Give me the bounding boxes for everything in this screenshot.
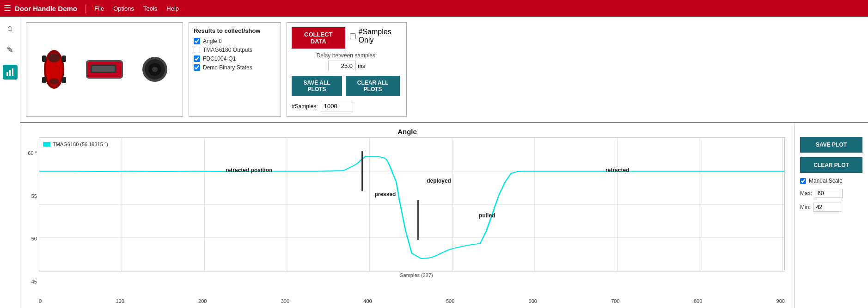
chart-svg (39, 138, 784, 271)
y-label-45: 45 (31, 279, 37, 284)
clear-plot-button[interactable]: CLEAR PLOT (800, 157, 862, 173)
svg-point-18 (152, 67, 158, 72)
x-label-200: 200 (198, 298, 207, 304)
manual-scale-label: Manual Scale (809, 178, 843, 184)
door-handle-visualization (84, 46, 125, 92)
save-plot-button[interactable]: SAVE PLOT (800, 137, 862, 153)
results-box: Results to collect/show Angle θ TMAG6180… (189, 22, 281, 117)
delay-input[interactable] (328, 61, 356, 71)
manual-scale-checkbox[interactable] (800, 178, 806, 184)
y-label-60: 60 ° (28, 150, 37, 156)
checkbox-angle-input[interactable] (194, 38, 200, 44)
annotation-deployed: deployed (427, 178, 451, 184)
ms-label: ms (358, 63, 365, 69)
chart-area: Angle 60 ° 55 50 45 (20, 123, 794, 308)
x-axis-label: Samples (227) (43, 272, 789, 278)
svg-point-6 (49, 78, 59, 85)
annotation-retracted2: retracted (605, 167, 629, 173)
sensor-visualization (139, 46, 171, 92)
samples-only-row: #Samples Only (350, 28, 402, 44)
chart-container: TMAG6180 (56.19315 °) retracted position… (39, 137, 785, 271)
delay-row: ms (292, 61, 402, 71)
delay-label: Delay between samples: (292, 52, 402, 59)
chart-legend: TMAG6180 (56.19315 °) (43, 142, 108, 147)
sidebar-chart[interactable] (3, 65, 18, 80)
x-label-600: 600 (529, 298, 537, 304)
samples-input[interactable] (321, 101, 353, 111)
svg-rect-2 (12, 68, 13, 76)
max-row: Max: (800, 189, 862, 198)
content: Results to collect/show Angle θ TMAG6180… (20, 17, 868, 308)
x-label-100: 100 (116, 298, 124, 304)
title-divider: | (85, 3, 87, 14)
controls-box: COLLECT DATA #Samples Only Delay between… (287, 22, 407, 117)
svg-rect-7 (42, 55, 46, 62)
checkbox-fdc: FDC1004-Q1 (194, 55, 276, 62)
annotation-pressed: pressed (374, 191, 396, 197)
max-input[interactable] (815, 189, 843, 198)
manual-scale-row: Manual Scale (800, 178, 862, 184)
x-label-300: 300 (281, 298, 289, 304)
svg-rect-8 (62, 55, 66, 62)
top-panel: Results to collect/show Angle θ TMAG6180… (20, 17, 868, 123)
annotation-pulled: pulled (479, 212, 495, 219)
min-row: Min: (800, 203, 862, 212)
samples-row: #Samples: (292, 101, 402, 111)
samples-only-label: #Samples Only (359, 28, 402, 44)
x-axis: 0 100 200 300 400 500 600 700 800 900 (39, 298, 785, 304)
bottom-panel: Angle 60 ° 55 50 45 (20, 123, 868, 308)
checkbox-fdc-input[interactable] (194, 55, 200, 62)
visualization-box (26, 22, 183, 117)
samples-label: #Samples: (292, 103, 318, 110)
checkbox-demo-input[interactable] (194, 64, 200, 71)
menu-options[interactable]: Options (113, 5, 134, 12)
y-axis: 60 ° 55 50 45 (25, 150, 39, 284)
x-label-900: 900 (776, 298, 785, 304)
save-all-plots-button[interactable]: SAVE ALL PLOTS (292, 76, 342, 96)
checkbox-angle: Angle θ (194, 38, 276, 44)
checkbox-demo: Demo Binary States (194, 64, 276, 71)
menubar: ☰ Door Handle Demo | File Options Tools … (0, 0, 868, 17)
checkbox-tmag-label: TMAG6180 Outputs (203, 47, 252, 53)
legend-label: TMAG6180 (56.19315 °) (53, 142, 108, 147)
svg-rect-1 (9, 70, 11, 76)
app-title: Door Handle Demo (15, 5, 77, 12)
collect-data-button[interactable]: COLLECT DATA (292, 27, 345, 49)
x-label-800: 800 (694, 298, 702, 304)
x-label-700: 700 (611, 298, 619, 304)
min-input[interactable] (813, 203, 841, 212)
checkbox-demo-label: Demo Binary States (203, 64, 252, 71)
checkbox-fdc-label: FDC1004-Q1 (203, 55, 236, 62)
checkbox-angle-label: Angle θ (203, 38, 222, 44)
clear-all-plots-button[interactable]: CLEAR ALL PLOTS (346, 76, 400, 96)
min-label: Min: (800, 204, 811, 210)
y-label-50: 50 (31, 236, 37, 241)
main-layout: ⌂ ✎ (0, 17, 868, 308)
chart-title: Angle (25, 128, 789, 136)
right-panel: SAVE PLOT CLEAR PLOT Manual Scale Max: M… (794, 123, 868, 308)
menu-tools[interactable]: Tools (143, 5, 157, 12)
max-label: Max: (800, 190, 812, 197)
x-label-400: 400 (363, 298, 372, 304)
legend-color (43, 142, 50, 147)
svg-point-5 (48, 53, 60, 62)
sidebar: ⌂ ✎ (0, 17, 20, 308)
sidebar-edit[interactable]: ✎ (3, 43, 18, 57)
checkbox-tmag-input[interactable] (194, 47, 200, 53)
svg-rect-0 (6, 72, 8, 76)
svg-rect-9 (42, 77, 46, 83)
hamburger-menu[interactable]: ☰ (4, 3, 11, 13)
sidebar-home[interactable]: ⌂ (3, 20, 18, 35)
checkbox-tmag: TMAG6180 Outputs (194, 47, 276, 53)
results-title: Results to collect/show (194, 27, 276, 34)
car-visualization (38, 46, 70, 92)
menu-help[interactable]: Help (166, 5, 179, 12)
svg-rect-10 (62, 77, 66, 83)
y-label-55: 55 (31, 193, 37, 199)
menu-file[interactable]: File (94, 5, 104, 12)
svg-rect-14 (92, 66, 115, 72)
x-label-500: 500 (446, 298, 454, 304)
samples-only-checkbox[interactable] (350, 33, 356, 39)
x-label-0: 0 (39, 298, 42, 304)
annotation-retracted: retracted position (226, 167, 272, 173)
